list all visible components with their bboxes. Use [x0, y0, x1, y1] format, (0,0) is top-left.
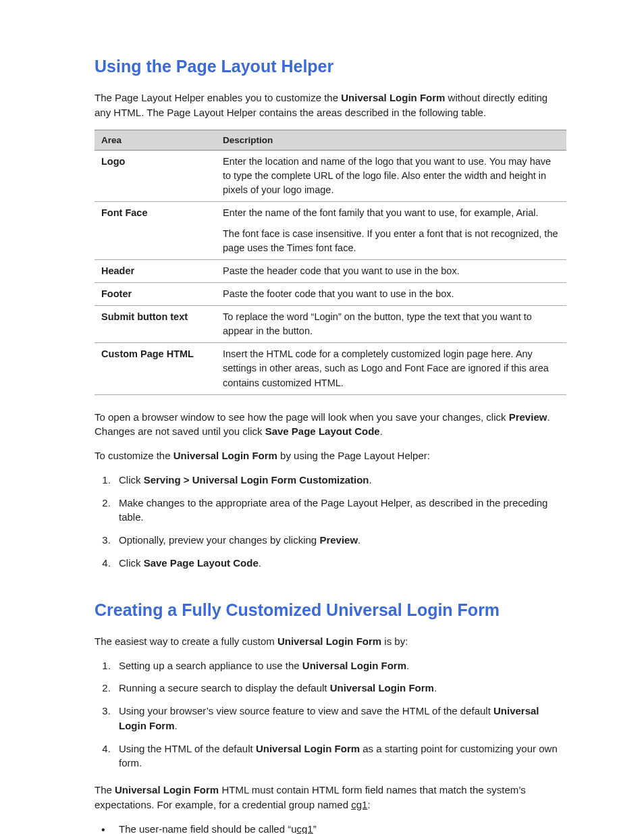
heading-creating-custom-login-form: Creating a Fully Customized Universal Lo… — [95, 598, 566, 622]
list-item: Click Save Page Layout Code. — [113, 556, 566, 571]
list-item: Running a secure search to display the d… — [113, 681, 566, 696]
ordered-list: Setting up a search appliance to use the… — [95, 658, 566, 771]
document-page: Using the Page Layout Helper The Page La… — [0, 0, 644, 834]
table-row: Font Face Enter the name of the font fam… — [95, 202, 566, 260]
list-item: Make changes to the appropriate area of … — [113, 496, 566, 525]
heading-using-page-layout-helper: Using the Page Layout Helper — [95, 54, 566, 78]
ordered-list: Click Serving > Universal Login Form Cus… — [95, 473, 566, 571]
list-item: Click Serving > Universal Login Form Cus… — [113, 473, 566, 488]
paragraph: The easiest way to create a fully custom… — [95, 634, 566, 649]
list-item: Using the HTML of the default Universal … — [113, 741, 566, 771]
table-header-description: Description — [216, 130, 566, 151]
paragraph: The Universal Login Form HTML must conta… — [95, 783, 566, 812]
list-item: Using your browser’s view source feature… — [113, 704, 566, 733]
list-item: Setting up a search appliance to use the… — [113, 658, 566, 673]
table-row: Submit button text To replace the word “… — [95, 306, 566, 343]
paragraph: The Page Layout Helper enables you to cu… — [95, 90, 566, 120]
table-row: Footer Paste the footer code that you wa… — [95, 283, 566, 306]
paragraph: To open a browser window to see how the … — [95, 410, 566, 440]
list-item: Optionally, preview your changes by clic… — [113, 533, 566, 548]
table-row: Header Paste the header code that you wa… — [95, 260, 566, 283]
table-row: Custom Page HTML Insert the HTML code fo… — [95, 343, 566, 394]
table-row: Logo Enter the location and name of the … — [95, 151, 566, 202]
layout-helper-table: Area Description Logo Enter the location… — [95, 130, 566, 395]
bullet-list: The user-name field should be called “uc… — [95, 822, 566, 834]
list-item: The user-name field should be called “uc… — [113, 822, 566, 834]
table-header-area: Area — [95, 130, 216, 151]
paragraph: To customize the Universal Login Form by… — [95, 448, 566, 463]
